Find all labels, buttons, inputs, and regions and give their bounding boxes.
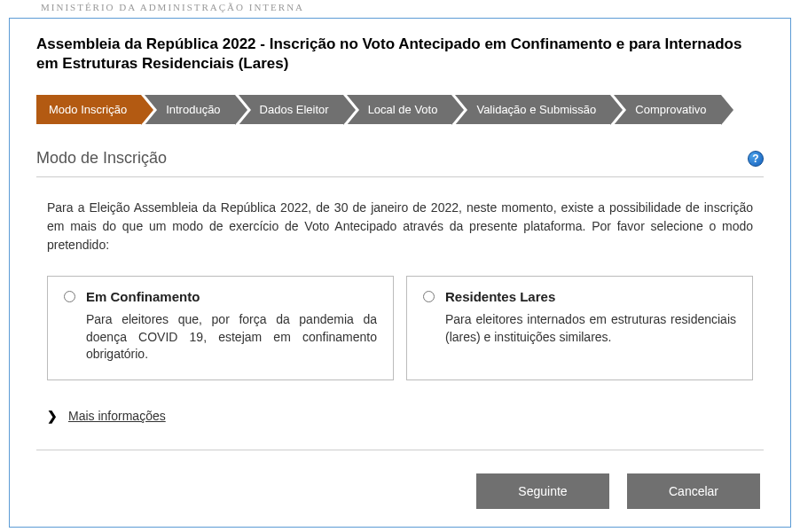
button-row: Seguinte Cancelar: [36, 473, 764, 509]
option-lares[interactable]: Residentes Lares Para eleitores internad…: [406, 276, 753, 380]
option-confinamento[interactable]: Em Confinamento Para eleitores que, por …: [47, 276, 394, 380]
divider: [36, 450, 764, 450]
step-local-de-voto[interactable]: Local de Voto: [347, 95, 452, 124]
option-lares-desc: Para eleitores internados em estruturas …: [445, 311, 736, 346]
step-introducao[interactable]: Introdução: [145, 95, 234, 124]
radio-icon[interactable]: [423, 291, 435, 302]
option-confinamento-desc: Para eleitores que, por força da pandemi…: [86, 311, 377, 364]
help-icon[interactable]: ?: [748, 151, 764, 167]
step-dados-eleitor[interactable]: Dados Eleitor: [239, 95, 343, 124]
ministry-label: MINISTÉRIO DA ADMINISTRAÇÃO INTERNA: [0, 0, 800, 18]
option-lares-title: Residentes Lares: [445, 289, 555, 304]
cancel-button[interactable]: Cancelar: [627, 473, 760, 509]
main-panel: Assembleia da República 2022 - Inscrição…: [9, 18, 791, 528]
section-title: Modo de Inscrição: [36, 149, 167, 168]
breadcrumb-steps: Modo Inscrição Introdução Dados Eleitor …: [36, 95, 764, 124]
section-header: Modo de Inscrição ?: [36, 149, 764, 177]
option-lares-header: Residentes Lares: [423, 289, 736, 304]
step-validacao-submissao[interactable]: Validação e Submissão: [455, 95, 610, 124]
chevron-right-icon: ❯: [47, 409, 58, 423]
radio-icon[interactable]: [64, 291, 75, 302]
next-button[interactable]: Seguinte: [476, 473, 609, 509]
options-row: Em Confinamento Para eleitores que, por …: [47, 276, 753, 380]
more-info-label: Mais informações: [68, 409, 166, 423]
step-comprovativo[interactable]: Comprovativo: [614, 95, 720, 124]
option-confinamento-header: Em Confinamento: [64, 289, 377, 304]
intro-text: Para a Eleição Assembleia da República 2…: [47, 199, 753, 254]
option-confinamento-title: Em Confinamento: [86, 289, 200, 304]
more-info-toggle[interactable]: ❯ Mais informações: [47, 409, 753, 423]
page-title: Assembleia da República 2022 - Inscrição…: [36, 35, 764, 74]
step-modo-inscricao[interactable]: Modo Inscrição: [36, 95, 141, 124]
